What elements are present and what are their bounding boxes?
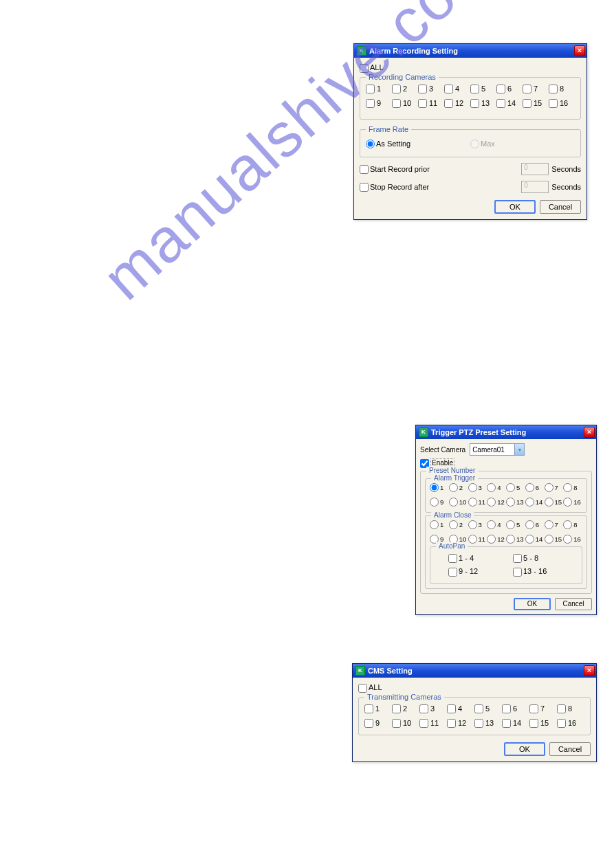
close-3-radio[interactable] bbox=[468, 520, 477, 529]
trigger-14-radio[interactable] bbox=[525, 498, 534, 507]
camera-select[interactable]: Camera01 ▾ bbox=[470, 443, 525, 456]
cam-label: 3 bbox=[430, 704, 435, 713]
trigger-2-radio[interactable] bbox=[449, 483, 458, 492]
close-7-radio[interactable] bbox=[545, 520, 553, 529]
close-15-radio[interactable] bbox=[545, 535, 553, 544]
trigger-16-radio[interactable] bbox=[563, 498, 572, 507]
cms-setting-dialog: K CMS Setting × ALL Transmitting Cameras… bbox=[352, 663, 597, 762]
camera-select-value: Camera01 bbox=[472, 446, 505, 454]
group-legend: Alarm Close bbox=[431, 511, 474, 519]
cancel-button[interactable]: Cancel bbox=[549, 742, 591, 756]
tcam-10-checkbox[interactable] bbox=[392, 719, 401, 728]
ok-button[interactable]: OK bbox=[494, 200, 536, 214]
tcam-11-checkbox[interactable] bbox=[419, 719, 428, 728]
autopan-5-8-checkbox[interactable] bbox=[513, 554, 522, 563]
all-checkbox-label[interactable]: ALL bbox=[358, 683, 382, 691]
trigger-15-radio[interactable] bbox=[545, 498, 553, 507]
tcam-15-checkbox[interactable] bbox=[529, 719, 538, 728]
cam-14-checkbox[interactable] bbox=[496, 99, 505, 108]
cam-label: 6 bbox=[513, 704, 517, 713]
trigger-4-radio[interactable] bbox=[487, 483, 496, 492]
cam-label: 13 bbox=[485, 719, 494, 727]
all-checkbox[interactable] bbox=[360, 64, 369, 73]
tcam-7-checkbox[interactable] bbox=[529, 704, 538, 713]
stop-after-checkbox[interactable] bbox=[360, 183, 369, 192]
tcam-2-checkbox[interactable] bbox=[392, 704, 401, 713]
preset-label: 13 bbox=[516, 498, 524, 506]
close-8-radio[interactable] bbox=[563, 520, 572, 529]
start-prior-input[interactable]: 0 bbox=[521, 163, 549, 175]
trigger-6-radio[interactable] bbox=[525, 483, 534, 492]
tcam-4-checkbox[interactable] bbox=[447, 704, 456, 713]
start-prior-checkbox[interactable] bbox=[360, 165, 369, 174]
preset-label: 14 bbox=[536, 535, 543, 543]
trigger-11-radio[interactable] bbox=[468, 498, 477, 507]
trigger-1-radio[interactable] bbox=[430, 483, 439, 492]
close-16-radio[interactable] bbox=[563, 535, 572, 544]
close-6-radio[interactable] bbox=[525, 520, 534, 529]
cam-4-checkbox[interactable] bbox=[444, 85, 453, 93]
autopan-13-16-checkbox[interactable] bbox=[513, 568, 522, 577]
trigger-13-radio[interactable] bbox=[506, 498, 515, 507]
trigger-7-radio[interactable] bbox=[545, 483, 553, 492]
cam-11-checkbox[interactable] bbox=[418, 99, 427, 108]
autopan-1-4-checkbox[interactable] bbox=[448, 554, 457, 563]
cancel-button[interactable]: Cancel bbox=[540, 200, 581, 214]
trigger-5-radio[interactable] bbox=[506, 483, 515, 492]
tcam-1-checkbox[interactable] bbox=[364, 704, 373, 713]
preset-label: 15 bbox=[555, 535, 562, 543]
cam-9-checkbox[interactable] bbox=[366, 99, 375, 108]
tcam-5-checkbox[interactable] bbox=[474, 704, 483, 713]
as-setting-radio[interactable] bbox=[366, 140, 375, 148]
tcam-6-checkbox[interactable] bbox=[502, 704, 511, 713]
cam-6-checkbox[interactable] bbox=[496, 85, 505, 93]
autopan-9-12-checkbox[interactable] bbox=[448, 568, 457, 577]
close-5-radio[interactable] bbox=[506, 520, 515, 529]
as-setting-label: As Setting bbox=[376, 140, 410, 148]
trigger-10-radio[interactable] bbox=[449, 498, 458, 507]
all-checkbox[interactable] bbox=[358, 684, 367, 693]
ok-button[interactable]: OK bbox=[504, 742, 545, 756]
ok-button[interactable]: OK bbox=[514, 598, 551, 610]
cam-12-checkbox[interactable] bbox=[444, 99, 453, 108]
close-button[interactable]: × bbox=[584, 427, 595, 438]
close-4-radio[interactable] bbox=[487, 520, 496, 529]
all-checkbox-label[interactable]: ALL bbox=[360, 63, 384, 71]
cam-13-checkbox[interactable] bbox=[470, 99, 479, 108]
stop-after-input[interactable]: 0 bbox=[521, 181, 549, 193]
cam-15-checkbox[interactable] bbox=[523, 99, 531, 108]
tcam-16-checkbox[interactable] bbox=[557, 719, 566, 728]
cam-label: 14 bbox=[507, 99, 516, 107]
cam-8-checkbox[interactable] bbox=[549, 85, 558, 93]
tcam-3-checkbox[interactable] bbox=[419, 704, 428, 713]
tcam-12-checkbox[interactable] bbox=[447, 719, 456, 728]
close-11-radio[interactable] bbox=[468, 535, 477, 544]
cam-5-checkbox[interactable] bbox=[470, 85, 479, 93]
close-1-radio[interactable] bbox=[430, 520, 439, 529]
cam-16-checkbox[interactable] bbox=[549, 99, 558, 108]
close-2-radio[interactable] bbox=[449, 520, 458, 529]
alarm-close-group: Alarm Close 1 2 3 4 5 6 7 8 9 10 11 12 1… bbox=[425, 515, 587, 589]
trigger-8-radio[interactable] bbox=[563, 483, 572, 492]
cam-1-checkbox[interactable] bbox=[366, 85, 375, 93]
cancel-button[interactable]: Cancel bbox=[555, 598, 592, 610]
tcam-14-checkbox[interactable] bbox=[502, 719, 511, 728]
cam-7-checkbox[interactable] bbox=[523, 85, 531, 93]
close-12-radio[interactable] bbox=[487, 535, 496, 544]
cam-3-checkbox[interactable] bbox=[418, 85, 427, 93]
trigger-9-radio[interactable] bbox=[430, 498, 439, 507]
tcam-9-checkbox[interactable] bbox=[364, 719, 373, 728]
tcam-13-checkbox[interactable] bbox=[474, 719, 483, 728]
trigger-12-radio[interactable] bbox=[487, 498, 496, 507]
close-14-radio[interactable] bbox=[525, 535, 534, 544]
close-button[interactable]: × bbox=[574, 45, 585, 56]
close-13-radio[interactable] bbox=[506, 535, 515, 544]
preset-label: 7 bbox=[555, 521, 558, 528]
preset-label: 9 bbox=[440, 498, 443, 506]
tcam-8-checkbox[interactable] bbox=[557, 704, 566, 713]
cam-2-checkbox[interactable] bbox=[392, 85, 401, 93]
trigger-3-radio[interactable] bbox=[468, 483, 477, 492]
cam-10-checkbox[interactable] bbox=[392, 99, 401, 108]
close-button[interactable]: × bbox=[584, 665, 595, 676]
preset-label: 13 bbox=[516, 535, 524, 543]
